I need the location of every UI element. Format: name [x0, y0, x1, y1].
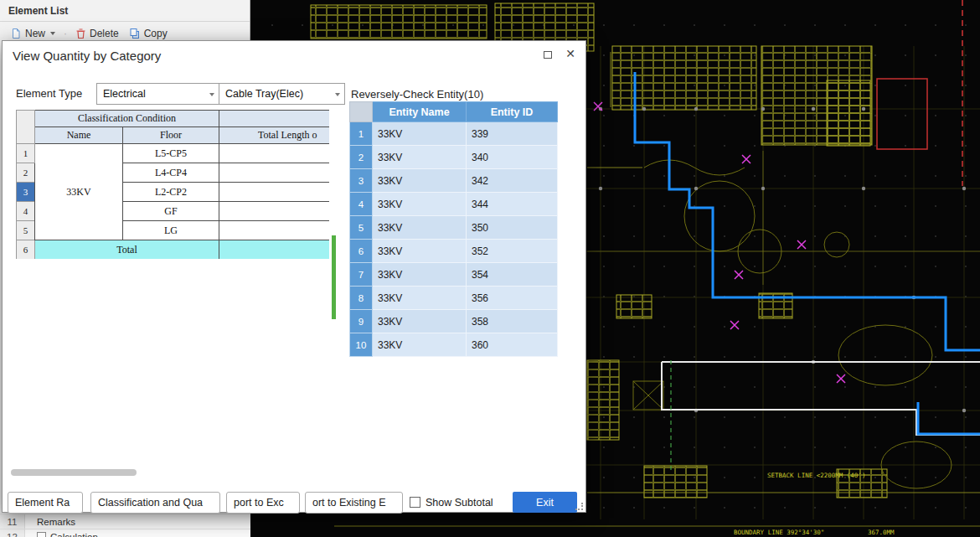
close-icon[interactable]: ✕	[565, 47, 575, 60]
table-row[interactable]: 2 33KV 340	[350, 146, 558, 169]
boundary-dimension-label: 367.0MM	[868, 529, 895, 536]
entity-name-cell[interactable]: 33KV	[373, 263, 467, 287]
entity-id-header: Entity ID	[467, 102, 558, 122]
entity-name-cell[interactable]: 33KV	[373, 122, 467, 146]
row-number[interactable]: 5	[17, 221, 35, 240]
entity-name-cell[interactable]: 33KV	[373, 216, 467, 240]
exit-button[interactable]: Exit	[513, 492, 577, 513]
new-label: New	[25, 28, 45, 39]
table-row[interactable]: 1 33KV 339	[350, 122, 558, 146]
entity-row-number[interactable]: 10	[350, 333, 373, 357]
table-row[interactable]: 10 33KV 360	[350, 333, 558, 357]
table-row[interactable]: 3 33KV 342	[350, 169, 558, 193]
horizontal-scrollbar-thumb[interactable]	[11, 469, 137, 476]
chevron-down-icon	[335, 93, 340, 96]
entity-row-number[interactable]: 5	[350, 216, 373, 240]
quantity-cell[interactable]	[219, 221, 330, 240]
table-row[interactable]: 8 33KV 356	[350, 287, 558, 310]
table-row[interactable]: 7 33KV 354	[350, 263, 558, 287]
row-number-selected[interactable]: 3	[17, 183, 35, 202]
group-header: Classification Condition	[35, 111, 219, 127]
quantity-cell[interactable]	[219, 163, 330, 183]
element-type-label: Element Type	[16, 87, 82, 100]
classification-and-quantity-button[interactable]: Classification and Qua	[90, 492, 220, 514]
entity-name-cell[interactable]: 33KV	[373, 240, 467, 263]
entity-row-number[interactable]: 3	[350, 169, 373, 193]
resize-grip[interactable]	[575, 503, 583, 510]
col-header-name: Name	[35, 127, 123, 144]
quantity-cell[interactable]	[219, 202, 330, 221]
copy-icon	[129, 28, 141, 39]
dialog-footer: Element Ra Classification and Qua port t…	[3, 492, 587, 514]
property-row-label: Remarks	[25, 517, 75, 527]
row-number[interactable]: 1	[17, 144, 35, 163]
entity-id-cell[interactable]: 354	[467, 263, 558, 287]
entity-name-cell[interactable]: 33KV	[373, 333, 467, 357]
export-to-existing-excel-button[interactable]: ort to Existing E	[305, 492, 403, 514]
entity-id-cell[interactable]: 352	[467, 240, 558, 263]
element-type-select[interactable]: Electrical	[96, 83, 219, 105]
floor-cell[interactable]: L5-CP5	[123, 144, 219, 163]
entity-name-cell[interactable]: 33KV	[373, 287, 467, 310]
row-number[interactable]: 4	[17, 202, 35, 221]
property-row-label: Calculation	[50, 532, 98, 537]
floor-cell[interactable]: L4-CP4	[123, 163, 219, 183]
copy-label: Copy	[144, 28, 168, 39]
floor-cell[interactable]: LG	[123, 221, 219, 240]
entity-name-cell[interactable]: 33KV	[373, 146, 467, 169]
category-select[interactable]: Cable Tray(Elec)	[219, 83, 345, 105]
cad-highlighted-cable-tray-2[interactable]	[918, 402, 980, 434]
delete-label: Delete	[90, 28, 119, 39]
table-row[interactable]: 5 33KV 350	[350, 216, 558, 240]
name-merged-cell[interactable]: 33KV	[35, 144, 123, 240]
entity-row-number[interactable]: 9	[350, 310, 373, 333]
table-row[interactable]: 9 33KV 358	[350, 310, 558, 333]
element-range-button[interactable]: Element Ra	[8, 492, 83, 514]
entity-row-number[interactable]: 8	[350, 287, 373, 310]
vertical-scroll-indicator[interactable]	[332, 235, 336, 319]
entity-id-cell[interactable]: 339	[467, 122, 558, 146]
reversely-check-label: Reversely-Check Entity(10)	[351, 88, 483, 101]
entity-id-cell[interactable]: 356	[467, 287, 558, 310]
restore-icon[interactable]	[544, 51, 552, 59]
new-button[interactable]: New	[7, 27, 59, 40]
entity-id-cell[interactable]: 360	[467, 333, 558, 357]
property-row-number: 12	[0, 529, 25, 537]
entity-name-cell[interactable]: 33KV	[373, 169, 467, 193]
entity-id-cell[interactable]: 340	[467, 146, 558, 169]
quantity-cell[interactable]	[219, 183, 330, 202]
chevron-down-icon[interactable]	[50, 32, 55, 35]
entity-row-number[interactable]: 4	[350, 193, 373, 216]
table-row[interactable]: 6 33KV 352	[350, 240, 558, 263]
export-to-excel-button[interactable]: port to Exc	[226, 492, 300, 514]
quantity-cell[interactable]	[219, 144, 330, 163]
entity-row-number[interactable]: 2	[350, 146, 373, 169]
entity-id-cell[interactable]: 342	[467, 169, 558, 193]
row-number[interactable]: 6	[17, 240, 35, 260]
entity-id-cell[interactable]: 350	[467, 216, 558, 240]
entity-id-cell[interactable]: 344	[467, 193, 558, 216]
entity-id-cell[interactable]: 358	[467, 310, 558, 333]
new-page-icon	[10, 28, 22, 39]
show-subtotal-checkbox[interactable]	[410, 497, 420, 508]
calculation-checkbox[interactable]	[37, 532, 46, 537]
col-header-total-length: Total Length o	[219, 127, 330, 144]
row-number[interactable]: 2	[17, 163, 35, 183]
classification-table: Classification Condition Name Floor Tota…	[16, 110, 329, 259]
entity-name-cell[interactable]: 33KV	[373, 193, 467, 216]
entity-row-number[interactable]: 6	[350, 240, 373, 263]
property-row-calculation[interactable]: 12 Calculation	[0, 529, 250, 537]
total-row[interactable]: 6 Total	[17, 240, 330, 260]
copy-button[interactable]: Copy	[126, 27, 171, 40]
delete-button[interactable]: Delete	[72, 27, 122, 40]
table-row[interactable]: 4 33KV 344	[350, 193, 558, 216]
element-type-value: Electrical	[103, 88, 146, 100]
entity-name-cell[interactable]: 33KV	[373, 310, 467, 333]
property-row-remarks[interactable]: 11 Remarks	[0, 514, 250, 529]
floor-cell[interactable]: L2-CP2	[123, 183, 219, 202]
table-row[interactable]: 1 33KV L5-CP5	[17, 144, 330, 163]
entity-row-number[interactable]: 7	[350, 263, 373, 287]
floor-cell[interactable]: GF	[123, 202, 219, 221]
entity-corner-cell	[350, 102, 373, 122]
entity-row-number[interactable]: 1	[350, 122, 373, 146]
